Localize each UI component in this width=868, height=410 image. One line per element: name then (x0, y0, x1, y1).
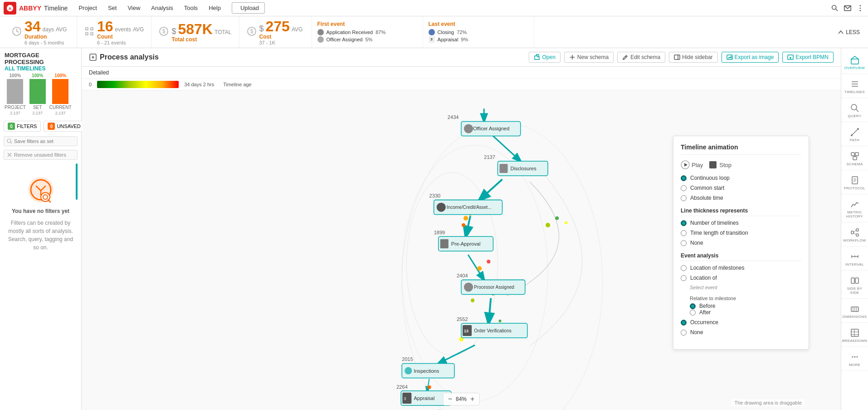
svg-line-46 (488, 298, 491, 323)
svg-text:Order Verifications: Order Verifications (474, 328, 512, 333)
duration-label: Duration (24, 34, 67, 40)
before-row[interactable]: Before (690, 303, 801, 309)
avg-cost-symbol: $ (259, 24, 264, 34)
app-logo: A ABBYY Timeline (4, 2, 68, 15)
location-of-label: Location of (690, 275, 717, 281)
hide-sidebar-button[interactable]: Hide sidebar (669, 52, 717, 63)
sidebar-item-workflow[interactable]: WORKFLOW (841, 224, 868, 247)
continuous-loop-radio[interactable] (681, 175, 687, 181)
sidebar-item-schema[interactable]: SCHEMA (841, 148, 868, 170)
sidebar-item-metric-history[interactable]: METRIC HISTORY (841, 196, 868, 222)
svg-rect-12 (91, 28, 93, 30)
none-event-row[interactable]: None (681, 329, 801, 336)
svg-rect-129 (856, 229, 858, 231)
none-event-radio[interactable] (681, 330, 687, 336)
before-radio[interactable] (690, 303, 696, 309)
sidebar-item-interval[interactable]: INTERVAL (841, 248, 868, 271)
sidebar-item-overview[interactable]: OVERVIEW (841, 52, 868, 74)
sidebar-item-timelines[interactable]: TIMELINES (841, 76, 868, 98)
zoom-out-button[interactable]: − (448, 395, 452, 403)
svg-text:2015: 2015 (402, 356, 413, 362)
duration-sub: 6 days - 5 months (24, 40, 67, 45)
less-button[interactable]: LESS (834, 16, 863, 48)
absolute-time-row[interactable]: Absolute time (681, 195, 801, 201)
edit-schema-button[interactable]: Edit schema (617, 52, 665, 63)
none-thickness-row[interactable]: None (681, 240, 801, 246)
nav-project[interactable]: Project (73, 1, 102, 15)
sidebar-item-path[interactable]: PATH (841, 124, 868, 146)
topbar-actions (831, 4, 864, 12)
svg-text:Income/Credit/Asset...: Income/Credit/Asset... (447, 205, 492, 210)
nav-help[interactable]: Help (203, 1, 226, 15)
cost-icon: $ (159, 26, 169, 38)
svg-text:Disclosures: Disclosures (511, 166, 537, 171)
num-timelines-row[interactable]: Number of timelines (681, 220, 801, 226)
new-schema-label: New schema (577, 54, 609, 60)
svg-rect-13 (91, 33, 93, 35)
sidebar-item-query[interactable]: QUERY (841, 100, 868, 122)
num-timelines-radio[interactable] (681, 220, 687, 226)
time-length-radio[interactable] (681, 230, 687, 236)
legend-min: 0 (89, 82, 92, 87)
play-button[interactable]: Play (681, 160, 703, 169)
open-button[interactable]: Open (529, 52, 560, 63)
svg-text:13: 13 (464, 329, 468, 333)
svg-point-87 (464, 282, 473, 291)
svg-point-68 (565, 222, 567, 224)
process-canvas[interactable]: Officer Assigned 2434 Disclosures 2137 I… (82, 90, 841, 410)
all-timelines-label[interactable]: ALL TIMELINES (5, 65, 77, 72)
bar-visual-set (29, 79, 46, 104)
nav-view[interactable]: View (122, 1, 146, 15)
upload-button[interactable]: Upload (232, 2, 265, 14)
location-of-radio[interactable] (681, 275, 687, 281)
remove-unsaved-button[interactable]: Remove unsaved filters (4, 150, 78, 160)
location-milestones-radio[interactable] (681, 265, 687, 271)
more-icon-nav[interactable] (856, 4, 864, 12)
location-of-row[interactable]: Location of (681, 275, 801, 281)
sidebar-item-side-by-side[interactable]: SIDE BY SIDE (841, 272, 868, 299)
export-image-button[interactable]: Export as image (722, 52, 779, 63)
sidebar-item-more[interactable]: MORE (841, 349, 868, 371)
legend-max: 34 days 2 hrs (184, 82, 214, 87)
sidebar-item-breakdown[interactable]: BREAKDOWN (841, 325, 868, 347)
occurrence-radio[interactable] (681, 320, 687, 326)
sidebar-item-dimensions[interactable]: DIMENSIONS (841, 301, 868, 323)
sidebar-item-protocol[interactable]: PROTOCOL (841, 172, 868, 194)
none-thickness-radio[interactable] (681, 240, 687, 246)
project-name: MORTGAGE PROCESSING (5, 52, 77, 65)
occurrence-row[interactable]: Occurrence (681, 319, 801, 326)
svg-point-149 (856, 356, 858, 358)
nav-tools[interactable]: Tools (179, 1, 203, 15)
after-row[interactable]: After (690, 309, 801, 316)
continuous-loop-row[interactable]: Continuous loop (681, 175, 801, 181)
new-schema-button[interactable]: New schema (564, 52, 614, 63)
count-value: 16 (97, 19, 113, 34)
common-start-radio[interactable] (681, 185, 687, 191)
svg-rect-34 (674, 55, 680, 59)
filters-button[interactable]: 0 FILTERS (4, 121, 41, 132)
common-start-row[interactable]: Common start (681, 185, 801, 191)
after-radio[interactable] (690, 310, 696, 316)
first-event-name-1: Officer Assigned (327, 37, 363, 42)
absolute-time-radio[interactable] (681, 195, 687, 201)
remove-unsaved-label: Remove unsaved filters (14, 152, 66, 158)
mail-icon-nav[interactable] (844, 4, 852, 12)
first-event-icon-1 (317, 36, 324, 43)
unsaved-button[interactable]: 0 UNSAVED (44, 121, 84, 132)
after-label: After (699, 309, 711, 316)
plus-icon (569, 54, 575, 60)
export-bpmn-button[interactable]: Export BPMN (782, 52, 834, 63)
nav-analysis[interactable]: Analysis (146, 1, 178, 15)
stop-button[interactable]: Stop (708, 160, 731, 169)
total-cost-value: 587K (178, 22, 213, 36)
save-filters-input[interactable] (4, 136, 78, 146)
save-filters-field[interactable] (14, 138, 73, 144)
search-icon-nav[interactable] (831, 4, 839, 12)
sidebar-interval-label: INTERVAL (845, 262, 864, 267)
time-length-row[interactable]: Time length of transition (681, 230, 801, 236)
zoom-in-button[interactable]: + (470, 395, 474, 403)
location-milestones-row[interactable]: Location of milestones (681, 265, 801, 271)
event-analysis-title: Event analysis (681, 252, 801, 261)
nav-set[interactable]: Set (102, 1, 122, 15)
svg-line-42 (493, 136, 520, 161)
